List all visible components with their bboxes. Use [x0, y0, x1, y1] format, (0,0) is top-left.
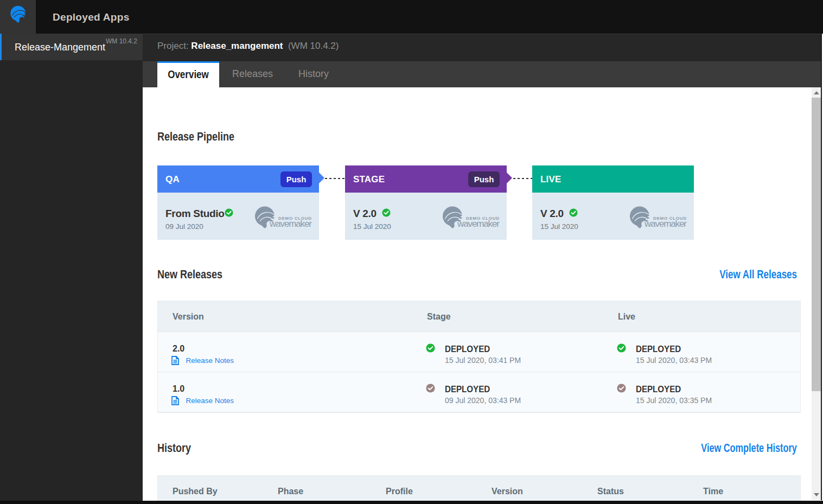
svg-text:wavemaker: wavemaker	[644, 219, 687, 229]
svg-text:wavemaker: wavemaker	[269, 219, 312, 229]
svg-text:wavemaker: wavemaker	[457, 219, 500, 229]
